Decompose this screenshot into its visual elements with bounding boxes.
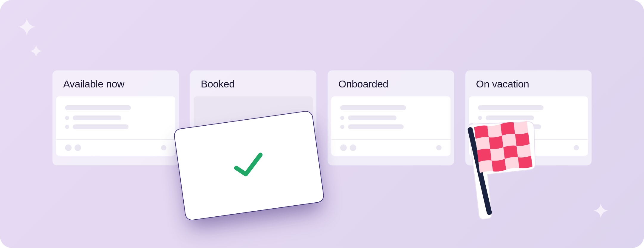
card-footer [56,139,175,156]
skeleton-avatar [340,144,347,151]
column-available-now[interactable]: Available now [52,70,179,166]
skeleton-avatar [350,144,356,151]
skeleton-dot [161,145,166,150]
hero-illustration: Available now Booked Onboarded [0,0,644,248]
sparkle-icon [30,45,42,57]
dragged-card[interactable] [173,110,325,221]
column-title: Available now [52,70,179,96]
skeleton-dot [340,116,344,120]
skeleton-line [348,115,397,120]
skeleton-line [65,105,131,110]
skeleton-dot [436,145,442,150]
skeleton-line [348,124,404,129]
card-placeholder[interactable] [331,96,451,139]
skeleton-dot [574,145,579,150]
column-title: Booked [190,70,317,96]
checkmark-icon [231,150,267,181]
skeleton-dot [65,116,69,120]
skeleton-line [340,105,406,110]
sparkle-icon [593,203,608,218]
sparkle-icon [18,18,36,36]
column-onboarded[interactable]: Onboarded [327,70,454,166]
skeleton-avatar [65,144,72,151]
skeleton-line [73,124,129,129]
column-title: Onboarded [328,70,454,96]
skeleton-avatar [75,144,81,151]
column-title: On vacation [465,70,592,96]
skeleton-line [73,115,121,120]
skeleton-dot [340,125,344,129]
card-placeholder[interactable] [56,96,175,139]
skeleton-dot [65,125,69,129]
card-footer [331,139,451,156]
